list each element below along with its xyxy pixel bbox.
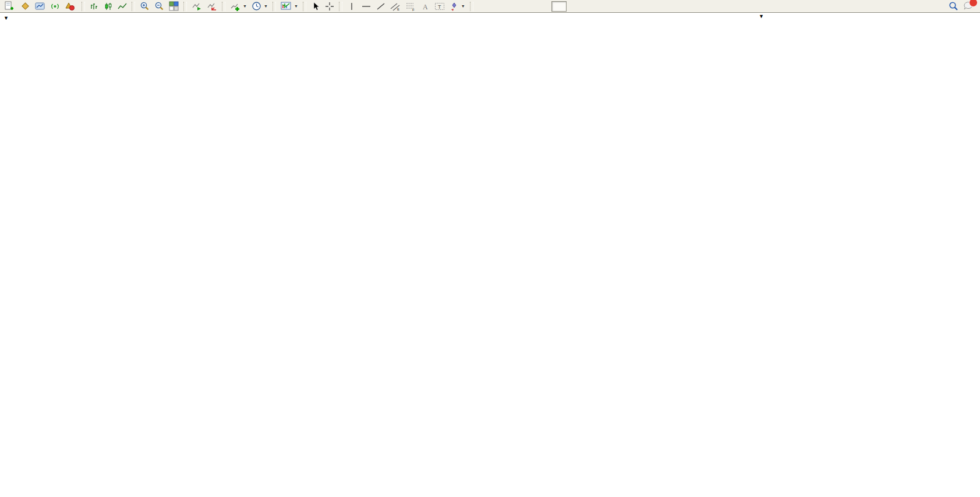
chart-shift-button[interactable] [204,1,220,12]
cursor-arrow-icon [311,2,320,11]
symbol-collapse-chevron[interactable]: ▼ [3,15,9,21]
timeframe-m1-button[interactable] [476,1,491,12]
timeframe-h1-button[interactable] [536,1,551,12]
notifications-button[interactable] [963,1,974,11]
tile-windows-button[interactable] [167,1,181,12]
timeframe-mn-button[interactable] [597,1,612,12]
fibonacci-tool-button[interactable]: F [403,1,418,12]
fibonacci-icon: F [405,2,416,11]
auto-scroll-button[interactable] [189,1,204,12]
auto-trading-button[interactable] [62,1,79,12]
toolbar-grip [303,2,306,11]
auto-scroll-icon [192,1,202,11]
zoom-in-icon [140,1,150,11]
terminal-window-icon [35,1,45,11]
toolbar-grip [82,2,85,11]
vertical-line-tool-button[interactable] [345,1,359,12]
text-label-icon: T [434,2,445,11]
timeframe-w1-button[interactable] [582,1,597,12]
indicator-window-icon [281,1,292,11]
candlestick-mode-button[interactable] [101,1,115,12]
chart-symbol-header: ▼ [3,15,30,21]
add-indicator-button[interactable]: ▼ [228,1,249,12]
svg-text:A: A [423,2,428,10]
periods-button[interactable]: ▼ [249,1,270,12]
mt4-trading-app: ▼ ▼ ▼ [0,0,980,497]
trendline-tool-button[interactable] [374,1,388,12]
svg-text:F: F [412,8,415,11]
notification-count-badge [969,0,978,7]
text-a-icon: A [421,2,429,11]
timeframe-d1-button[interactable] [567,1,582,12]
chart-shift-icon [207,1,217,11]
main-toolbar: ▼ ▼ ▼ [0,0,980,13]
shapes-arrows-icon [450,2,459,11]
chevron-down-icon: ▼ [294,4,298,8]
chevron-down-icon: ▼ [243,4,247,8]
cursor-tool-button[interactable] [309,1,323,12]
tile-windows-icon [169,1,179,11]
terminal-button[interactable] [33,1,48,12]
zoom-out-button[interactable] [152,1,167,12]
horizontal-line-icon [361,2,372,11]
trendline-icon [376,2,385,11]
toolbar-grip [183,2,187,11]
auto-trading-icon [65,1,75,11]
line-chart-mode-button[interactable] [115,1,129,12]
timeframe-h4-button[interactable] [551,1,567,12]
market-watch-button[interactable] [18,1,33,12]
add-indicator-icon [230,1,240,11]
chevron-down-icon: ▼ [461,4,465,8]
timeframe-m5-button[interactable] [491,1,506,12]
new-order-icon [4,1,14,11]
new-order-button[interactable] [2,1,18,12]
bar-chart-icon [90,2,99,11]
toolbar-grip [132,2,135,11]
line-chart-icon [118,2,127,11]
toolbar-grip [470,2,473,11]
toolbar-grip [339,2,342,11]
signal-waves-icon [50,1,60,11]
chart-canvas[interactable] [0,13,980,497]
arrows-tool-button[interactable]: ▼ [447,1,468,12]
clock-icon [252,1,261,11]
toolbar-overflow-chevron[interactable]: ▼ [759,14,764,19]
horizontal-line-tool-button[interactable] [359,1,374,12]
text-tool-button[interactable]: A [418,1,432,12]
templates-button[interactable]: ▼ [278,1,300,12]
svg-text:E: E [397,8,399,11]
crosshair-icon [325,2,334,11]
gold-diamond-icon [20,1,30,11]
channel-tool-button[interactable]: E [388,1,403,12]
vertical-line-icon [348,2,356,11]
toolbar-grip [222,2,225,11]
toolbar-right-tools [949,1,978,11]
crosshair-tool-button[interactable] [323,1,337,12]
equidistant-channel-icon: E [390,2,401,11]
search-icon[interactable] [949,1,958,11]
bar-chart-mode-button[interactable] [87,1,101,12]
chevron-down-icon: ▼ [264,4,268,8]
timeframe-m15-button[interactable] [506,1,521,12]
zoom-in-button[interactable] [137,1,152,12]
text-label-tool-button[interactable]: T [432,1,447,12]
signals-button[interactable] [48,1,62,12]
toolbar-grip [273,2,276,11]
svg-text:T: T [438,3,441,9]
timeframe-m30-button[interactable] [521,1,536,12]
zoom-out-icon [154,1,164,11]
candlestick-icon [104,2,113,11]
